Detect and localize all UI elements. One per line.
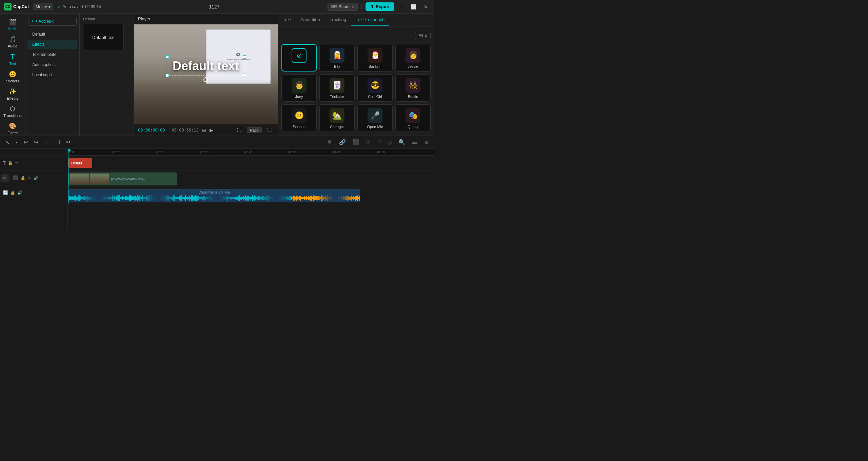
sidebar-item-local-captions[interactable]: Local capti... [27, 70, 77, 80]
waveform-bar [338, 196, 338, 201]
menu-button[interactable]: Menu• ▾ [33, 3, 53, 10]
voice-card-open-mic[interactable]: 🎤 Open Mic [357, 104, 393, 132]
shortcut-button[interactable]: ⌨ Shortcut [328, 3, 358, 11]
voice-card-chill-girl[interactable]: 😎 Chill Girl [357, 74, 393, 102]
nav-item-effects[interactable]: ✨ Effects [1, 86, 24, 102]
text-track-lock-icon[interactable]: 🔒 [8, 161, 13, 165]
sidebar-item-effects[interactable]: Effects [27, 40, 77, 49]
zoom-slider-button[interactable]: ▬ [410, 138, 419, 146]
select-tool-button[interactable]: ↖ [3, 138, 11, 146]
zoom-out-button[interactable]: 🔍 [396, 138, 407, 146]
audio-track-volume-icon[interactable]: 🔊 [17, 191, 22, 195]
nav-item-audio[interactable]: 🎵 Audio [1, 34, 24, 50]
sidebar-item-default[interactable]: Default [27, 29, 77, 39]
grid-view-button[interactable]: ⊞ [202, 127, 206, 133]
player-text-overlay[interactable]: Default text [167, 57, 245, 76]
waveform-bar [112, 195, 113, 201]
minimize-button[interactable]: ─ [398, 3, 405, 10]
text-track-button[interactable]: T [375, 138, 383, 146]
nav-item-filters[interactable]: 🎨 Filters [1, 120, 24, 136]
waveform-bar [142, 195, 143, 201]
timeline-playhead-top [68, 149, 68, 155]
audio-track-lock-icon[interactable]: 🔒 [10, 191, 15, 195]
waveform-bar [233, 197, 234, 199]
clip-link-button[interactable]: 🔗 [337, 138, 348, 146]
zoom-in-button[interactable]: ⊕ [422, 138, 431, 146]
voice-card-quirky[interactable]: 🎭 Quirky [395, 104, 431, 132]
voice-label-bestie: Bestie [408, 95, 418, 99]
waveform-bar [297, 196, 298, 200]
handle-top-right[interactable] [243, 55, 246, 59]
waveform-bar [189, 196, 190, 200]
select-tool-dropdown[interactable]: ▾ [14, 139, 19, 145]
nav-label-stickers: Stickers [6, 79, 19, 83]
handle-top-left[interactable] [165, 55, 169, 59]
sidebar-item-text-template[interactable]: Text template [27, 50, 77, 59]
default-text-preset[interactable]: Default text [83, 24, 124, 51]
waveform-bar [101, 196, 101, 201]
video-thumbnail-1 [70, 174, 89, 184]
player-menu-icon[interactable]: ⋯ [269, 16, 274, 21]
voice-card-serious[interactable]: 😐 Serious [281, 104, 317, 132]
tab-tracking[interactable]: Tracking [325, 14, 351, 26]
voice-card-cottage[interactable]: 🏡 Cottage- [319, 104, 355, 132]
player-canvas: 02 Business Overview Default text [134, 24, 278, 124]
microphone-button[interactable]: 🎙 [325, 138, 334, 146]
audio-clip[interactable]: Christmas Is Coming [68, 189, 360, 202]
player-area: Player ⋯ 02 Business Overview [134, 14, 278, 136]
video-track-eye-icon[interactable]: 👁 [27, 176, 32, 180]
waveform-bar [288, 197, 289, 200]
voice-card-santa-ii[interactable]: 🎅 Santa II [357, 44, 393, 72]
video-track-lock-icon[interactable]: 🔒 [20, 176, 25, 180]
rotate-handle[interactable] [203, 77, 208, 82]
nav-item-transitions[interactable]: ⬡ Transitions [1, 103, 24, 120]
nav-label-transitions: Transitions [3, 114, 21, 118]
handle-bottom-left[interactable] [165, 74, 169, 77]
left-nav: 🎬 Media 🎵 Audio T Text 😊 Stickers ✨ Effe… [0, 14, 25, 136]
voice-card-none[interactable]: ⊘ [281, 44, 317, 72]
voice-avatar-trickster: 🃏 [330, 78, 344, 93]
tab-text[interactable]: Text [278, 14, 296, 26]
nav-item-stickers[interactable]: 😊 Stickers [1, 68, 24, 85]
keyframe-button[interactable]: ◇ [386, 138, 394, 146]
fullscreen-button[interactable]: ⛶ [265, 126, 274, 134]
waveform-bar [269, 196, 269, 201]
split-button[interactable]: ⊢ [43, 138, 51, 146]
undo-button[interactable]: ↩ [22, 138, 29, 146]
text-track-eye-icon[interactable]: 👁 [15, 161, 19, 165]
waveform-bar [270, 196, 270, 200]
waveform-bar [283, 197, 283, 200]
export-button[interactable]: ⬆ Export [366, 2, 394, 11]
waveform-bar [93, 197, 93, 199]
ratio-button[interactable]: Ratio [247, 127, 262, 133]
split-screen-button[interactable]: ⊟ [364, 138, 373, 146]
voice-card-trickster[interactable]: 🃏 Trickster [319, 74, 355, 102]
waveform-bar [123, 197, 124, 199]
waveform-bar [80, 196, 81, 200]
nav-item-media[interactable]: 🎬 Media [1, 16, 24, 33]
nav-item-text[interactable]: T Text [1, 51, 24, 68]
voice-card-bestie[interactable]: 👯 Bestie [395, 74, 431, 102]
video-track-edit-icon[interactable]: ✏ [1, 174, 9, 182]
delete-button[interactable]: ✂ [64, 138, 72, 146]
trim-button[interactable]: ⊣ [54, 138, 62, 146]
canvas-button[interactable]: ⬛ [351, 138, 361, 146]
maximize-button[interactable]: ⬜ [409, 3, 418, 10]
play-button[interactable]: ▶ [210, 127, 213, 133]
voice-card-jessie[interactable]: 👩 Jessie [395, 44, 431, 72]
waveform-bar [121, 197, 122, 199]
redo-button[interactable]: ↪ [32, 138, 40, 146]
handle-bottom-right[interactable] [243, 74, 246, 77]
voice-card-elfy[interactable]: 🧝 Elfy [319, 44, 355, 72]
close-button[interactable]: ✕ [422, 3, 430, 10]
video-clip[interactable]: pexels-pavel-danilyuk- [68, 173, 177, 185]
tab-animation[interactable]: Animation [296, 14, 325, 26]
fullscreen-crop-button[interactable]: ⛶ [235, 126, 243, 134]
text-clip[interactable]: Defaul [68, 158, 92, 168]
add-text-button[interactable]: + + Add text [28, 17, 77, 26]
video-track-audio-icon[interactable]: 🔊 [34, 176, 39, 180]
voice-card-joey[interactable]: 👨 Joey [281, 74, 317, 102]
filter-all-button[interactable]: All ≡ [415, 32, 431, 39]
sidebar-item-auto-captions[interactable]: Auto captio... [27, 60, 77, 69]
tab-text-to-speech[interactable]: Text-to-speech [351, 14, 389, 26]
